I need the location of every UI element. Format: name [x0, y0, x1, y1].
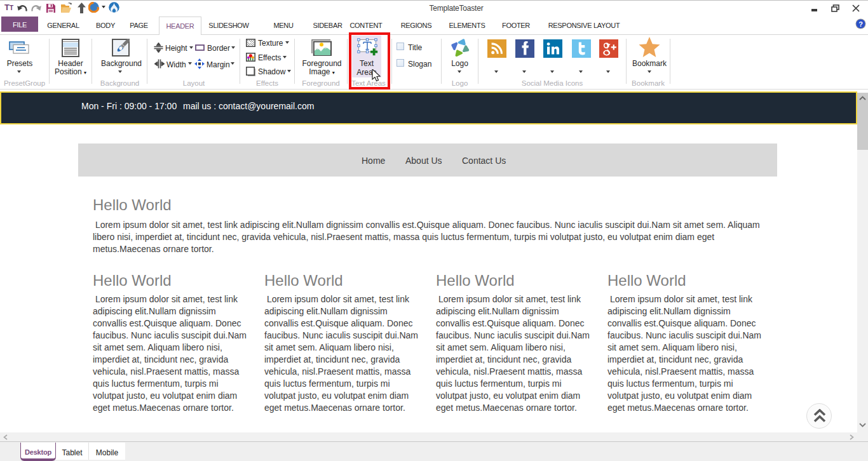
svg-text:?: ?	[858, 20, 863, 28]
